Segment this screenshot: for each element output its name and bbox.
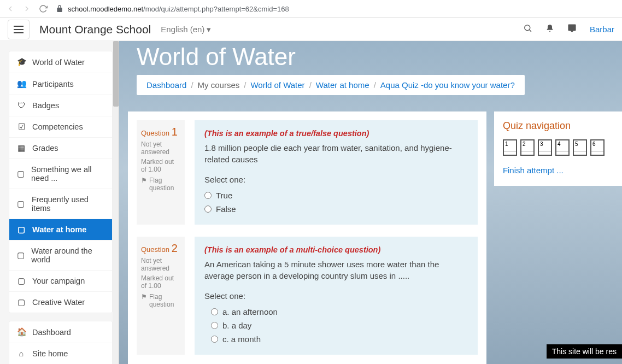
- question-1: Question 1Not yet answeredMarked out of …: [137, 120, 478, 225]
- folder-icon: ▢: [17, 298, 26, 307]
- sidebar-item-water-at-home[interactable]: ▢Water at home: [9, 219, 112, 240]
- url-host: school.moodledemo.net: [68, 5, 143, 13]
- scrollbar[interactable]: [113, 41, 119, 364]
- sidebar-item-world-of-water[interactable]: 🎓World of Water: [9, 51, 112, 73]
- question-hint: (This is an example of a multi-choice qu…: [204, 245, 468, 254]
- sidebar-item-site-home[interactable]: ⌂Site home: [9, 343, 112, 364]
- sidebar-item-label: Water at home: [32, 225, 86, 234]
- sidebar-item-competencies[interactable]: ☑Competencies: [9, 116, 112, 138]
- question-body: (This is an example of a true/false ques…: [195, 120, 478, 225]
- radio-input[interactable]: [211, 308, 218, 315]
- folder-icon: ▢: [17, 199, 25, 208]
- sidebar-item-label: Grades: [32, 144, 58, 152]
- question-2: Question 2Not yet answeredMarked out of …: [137, 237, 478, 355]
- flag-question[interactable]: ⚑Flag question: [141, 293, 180, 308]
- language-selector[interactable]: English (en) ▾: [161, 25, 211, 34]
- question-info: Question 1Not yet answeredMarked out of …: [137, 120, 185, 225]
- site-name[interactable]: Mount Orange School: [39, 23, 151, 36]
- user-menu[interactable]: Barbar: [590, 25, 614, 34]
- folder-icon: 👥: [17, 79, 26, 89]
- svg-point-0: [525, 25, 530, 31]
- option-label: False: [216, 204, 236, 214]
- answer-option[interactable]: c. a month: [204, 332, 468, 346]
- quiz-nav-box-6[interactable]: 6: [590, 139, 605, 156]
- answer-option[interactable]: False: [204, 202, 468, 216]
- question-marks: Marked out of 1.00: [141, 274, 180, 290]
- folder-icon: 🛡: [17, 101, 26, 110]
- folder-icon: ☑: [17, 122, 26, 131]
- question-body: (This is an example of a multi-choice qu…: [195, 237, 478, 355]
- select-label: Select one:: [204, 175, 468, 184]
- radio-input[interactable]: [204, 192, 212, 199]
- folder-icon: ▢: [17, 277, 26, 285]
- quiz-nav-box-3[interactable]: 3: [538, 139, 552, 156]
- sidebar-item-frequently-used-items[interactable]: ▢Frequently used items: [9, 189, 112, 219]
- sidebar-item-water-around-the-world[interactable]: ▢Water around the world: [9, 240, 112, 271]
- finish-attempt-link[interactable]: Finish attempt ...: [503, 166, 613, 175]
- quiz-nav-box-5[interactable]: 5: [573, 139, 587, 156]
- radio-input[interactable]: [204, 206, 212, 213]
- breadcrumb-item[interactable]: World of Water: [250, 80, 304, 90]
- radio-input[interactable]: [211, 336, 218, 343]
- flag-icon: ⚑: [141, 293, 147, 301]
- browser-reload-button[interactable]: [38, 4, 48, 14]
- browser-chrome: school.moodledemo.net/mod/quiz/attempt.p…: [0, 0, 622, 18]
- sidebar-item-label: Participants: [32, 80, 74, 89]
- breadcrumb: Dashboard/My courses/World of Water/Wate…: [137, 75, 525, 95]
- footer-notice: This site will be res: [547, 344, 622, 359]
- hamburger-button[interactable]: [8, 20, 30, 39]
- question-hint: (This is an example of a true/false ques…: [204, 129, 468, 138]
- questions-panel: Question 1Not yet answeredMarked out of …: [128, 111, 486, 364]
- browser-back-button[interactable]: [5, 4, 15, 14]
- quiz-nav-box-4[interactable]: 4: [555, 139, 570, 156]
- answer-option[interactable]: a. an afternoon: [204, 305, 468, 319]
- question-number: Question 1: [141, 126, 180, 138]
- sidebar-item-something-we-all-need[interactable]: ▢Something we all need ...: [9, 159, 112, 189]
- folder-icon: ▦: [17, 144, 26, 152]
- sidebar-item-your-campaign[interactable]: ▢Your campaign: [9, 271, 112, 292]
- browser-forward-button[interactable]: [22, 4, 32, 14]
- quiz-nav-title: Quiz navigation: [503, 120, 613, 132]
- quiz-nav-panel: Quiz navigation 123456 Finish attempt ..…: [494, 111, 622, 186]
- sidebar-item-dashboard[interactable]: 🏠Dashboard: [9, 321, 112, 343]
- radio-input[interactable]: [211, 322, 218, 329]
- url-path: /mod/quiz/attempt.php?attempt=62&cmid=16…: [143, 5, 289, 13]
- messages-icon[interactable]: [567, 24, 577, 35]
- flag-icon: ⚑: [141, 177, 147, 184]
- folder-icon: ▢: [17, 251, 25, 260]
- quiz-nav-box-2[interactable]: 2: [520, 139, 535, 156]
- search-icon[interactable]: [523, 24, 532, 35]
- option-label: True: [216, 191, 232, 200]
- answer-option[interactable]: b. a day: [204, 319, 468, 332]
- folder-icon: ⌂: [17, 349, 26, 358]
- option-label: c. a month: [222, 334, 261, 344]
- flag-label: Flag question: [149, 293, 180, 308]
- sidebar-item-creative-water[interactable]: ▢Creative Water: [9, 292, 112, 313]
- breadcrumb-item[interactable]: Water at home: [316, 80, 369, 90]
- sidebar-item-label: World of Water: [32, 58, 85, 67]
- topbar: Mount Orange School English (en) ▾ Barba…: [0, 18, 622, 41]
- sidebar-item-label: Your campaign: [32, 277, 85, 285]
- question-status: Not yet answered: [141, 257, 180, 272]
- notifications-icon[interactable]: [545, 24, 554, 35]
- sidebar: 🎓World of Water👥Participants🛡Badges☑Comp…: [0, 41, 113, 364]
- breadcrumb-item[interactable]: Dashboard: [146, 80, 186, 90]
- question-marks: Marked out of 1.00: [141, 158, 180, 173]
- sidebar-item-label: Creative Water: [32, 298, 85, 307]
- answer-option[interactable]: True: [204, 189, 468, 202]
- flag-question[interactable]: ⚑Flag question: [141, 177, 180, 192]
- sidebar-item-label: Something we all need ...: [31, 165, 104, 183]
- sidebar-item-label: Frequently used items: [32, 195, 104, 213]
- sidebar-item-participants[interactable]: 👥Participants: [9, 73, 112, 95]
- url-bar[interactable]: school.moodledemo.net/mod/quiz/attempt.p…: [55, 4, 289, 14]
- sidebar-item-badges[interactable]: 🛡Badges: [9, 95, 112, 116]
- folder-icon: ▢: [17, 225, 26, 234]
- sidebar-item-grades[interactable]: ▦Grades: [9, 138, 112, 159]
- sidebar-item-label: Site home: [32, 349, 68, 358]
- option-label: a. an afternoon: [222, 307, 278, 316]
- question-status: Not yet answered: [141, 140, 180, 156]
- breadcrumb-item[interactable]: Aqua Quiz -do you know your water?: [380, 80, 515, 90]
- question-number: Question 2: [141, 242, 180, 255]
- quiz-nav-box-1[interactable]: 1: [503, 139, 517, 156]
- language-label: English (en): [161, 25, 204, 34]
